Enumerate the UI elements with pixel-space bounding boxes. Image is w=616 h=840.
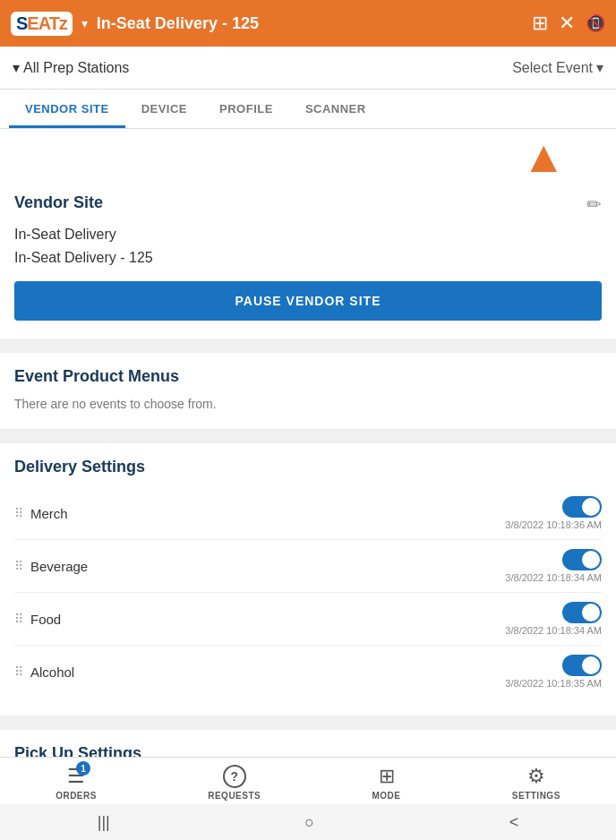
delivery-food-item: ⠿ Food 3/8/2022 10:18:34 AM [14, 593, 602, 646]
vendor-site-name-line2: In-Seat Delivery - 125 [14, 246, 602, 270]
system-bar: ||| ○ < [0, 804, 616, 840]
nav-orders[interactable]: ☰ 1 ORDERS [56, 765, 97, 801]
arrow-annotation: ▲ [0, 129, 616, 179]
select-event-arrow: ▾ [596, 59, 603, 76]
no-events-message: There are no events to choose from. [14, 397, 602, 411]
delivery-food-toggle[interactable] [562, 602, 602, 623]
delivery-beverage-item: ⠿ Beverage 3/8/2022 10:18:34 AM [14, 540, 602, 593]
main-content: ▲ Vendor Site ✏ In-Seat Delivery In-Seat… [0, 129, 616, 840]
select-event-button[interactable]: Select Event ▾ [512, 59, 603, 76]
tab-scanner[interactable]: SCANNER [289, 90, 382, 128]
vendor-site-section: Vendor Site ✏ In-Seat Delivery In-Seat D… [0, 179, 616, 339]
delivery-alcohol-toggle[interactable] [562, 655, 602, 676]
nav-settings[interactable]: ⚙ SETTINGS [512, 765, 560, 801]
app-header: SEATz ▾ In-Seat Delivery - 125 ⊞ ✕ 📵 [0, 0, 616, 47]
event-product-menus-section: Event Product Menus There are no events … [0, 353, 616, 429]
delivery-merch-item: ⠿ Merch 3/8/2022 10:18:36 AM [14, 487, 602, 540]
delivery-alcohol-date: 3/8/2022 10:18:35 AM [505, 678, 602, 689]
tab-device[interactable]: DEVICE [125, 90, 203, 128]
tab-vendor-site[interactable]: VENDOR SITE [9, 90, 125, 128]
mode-label: MODE [372, 791, 401, 801]
up-arrow-icon: ▲ [522, 134, 567, 179]
delivery-alcohol-item: ⠿ Alcohol 3/8/2022 10:18:35 AM [14, 646, 602, 698]
delivery-merch-toggle[interactable] [562, 496, 602, 518]
logo-text: EATz [27, 13, 67, 33]
tabs-container: VENDOR SITE DEVICE PROFILE SCANNER [0, 90, 616, 129]
pause-vendor-site-button[interactable]: PAUSE VENDOR SITE [14, 281, 602, 321]
tab-profile[interactable]: PROFILE [203, 90, 289, 128]
dropdown-arrow-left: ▾ [13, 59, 20, 76]
logo-s: S [16, 13, 27, 33]
all-stations-selector[interactable]: ▾ All Prep Stations [13, 59, 129, 76]
vendor-site-name-line1: In-Seat Delivery [14, 223, 602, 246]
delivery-food-date: 3/8/2022 10:18:34 AM [505, 625, 602, 636]
system-menu-button[interactable]: ||| [98, 813, 110, 832]
nav-mode[interactable]: ⊞ MODE [372, 765, 401, 801]
delivery-alcohol-label: Alcohol [30, 664, 74, 680]
delivery-food-label: Food [30, 612, 61, 627]
delivery-beverage-toggle[interactable] [562, 549, 602, 570]
header-dropdown-arrow[interactable]: ▾ [81, 16, 88, 30]
header-actions: ⊞ ✕ 📵 [532, 12, 605, 35]
drag-handle-food: ⠿ [14, 612, 23, 626]
system-home-button[interactable]: ○ [304, 813, 314, 832]
header-title: In-Seat Delivery - 125 [97, 14, 523, 33]
qr-scan-icon[interactable]: ⊞ [532, 12, 548, 35]
orders-label: ORDERS [56, 791, 97, 801]
delivery-settings-title: Delivery Settings [14, 458, 602, 476]
orders-badge: 1 [76, 761, 90, 776]
event-product-menus-title: Event Product Menus [14, 367, 602, 386]
delivery-beverage-date: 3/8/2022 10:18:34 AM [505, 572, 602, 583]
delivery-settings-section: Delivery Settings ⠿ Merch 3/8/2022 10:18… [0, 443, 616, 716]
requests-icon: ? [223, 765, 246, 788]
requests-label: REQUESTS [208, 791, 261, 801]
vendor-site-title: Vendor Site [14, 193, 103, 212]
delivery-merch-label: Merch [30, 506, 68, 521]
app-logo: SEATz [11, 12, 73, 36]
no-wifi-icon: 📵 [586, 13, 605, 33]
settings-label: SETTINGS [512, 791, 560, 801]
close-icon[interactable]: ✕ [559, 12, 575, 35]
all-stations-label: All Prep Stations [23, 60, 129, 76]
sub-header: ▾ All Prep Stations Select Event ▾ [0, 47, 616, 90]
drag-handle-beverage: ⠿ [14, 559, 23, 573]
settings-icon: ⚙ [527, 765, 545, 788]
drag-handle-merch: ⠿ [14, 506, 23, 520]
select-event-label: Select Event [512, 60, 593, 76]
bottom-navigation: ☰ 1 ORDERS ? REQUESTS ⊞ MODE ⚙ SETTINGS [0, 757, 616, 804]
edit-vendor-icon[interactable]: ✏ [586, 193, 602, 215]
nav-requests[interactable]: ? REQUESTS [208, 765, 261, 801]
mode-icon: ⊞ [379, 765, 395, 788]
delivery-merch-date: 3/8/2022 10:18:36 AM [505, 519, 602, 530]
system-back-button[interactable]: < [509, 813, 519, 832]
delivery-beverage-label: Beverage [30, 559, 88, 574]
drag-handle-alcohol: ⠿ [14, 664, 23, 679]
